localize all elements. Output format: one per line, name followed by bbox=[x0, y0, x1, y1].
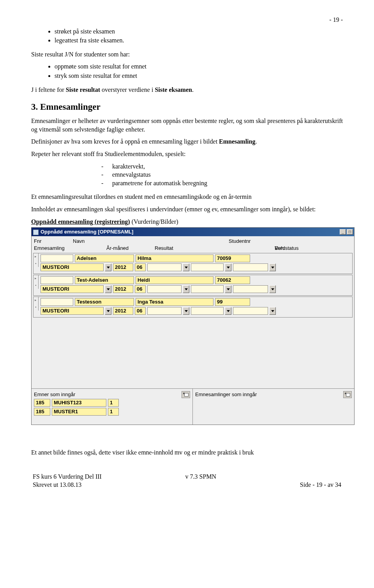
behstatus-field[interactable] bbox=[233, 307, 268, 315]
override-line: J i feltene for Siste resultat overstyre… bbox=[31, 86, 343, 94]
fnr-field[interactable] bbox=[41, 298, 73, 306]
dropdown-icon[interactable] bbox=[105, 263, 111, 271]
maned-field[interactable]: 06 bbox=[135, 307, 146, 315]
footer-mid: v 7.3 SPMN bbox=[185, 472, 217, 481]
after-para: Et annet bilde finnes også, dette viser … bbox=[31, 448, 343, 457]
bullets-top: strøket på siste eksamen legeattest fra … bbox=[31, 27, 343, 45]
sub-panels: Emner som inngår 185 MUHIST123 1 185 MUS… bbox=[32, 388, 354, 425]
surname-field[interactable]: Adelsen bbox=[75, 255, 134, 262]
dropdown-icon[interactable] bbox=[183, 307, 189, 315]
record-row[interactable]: ▸▪ Testesson Inga Tessa 99 MUSTEORI 2012… bbox=[33, 297, 353, 318]
vurd-field[interactable] bbox=[191, 285, 224, 293]
fnr-field[interactable] bbox=[41, 276, 73, 284]
records-area: ▸▪ Adelsen Hilma 70059 MUSTEORI 2012 06 bbox=[32, 253, 354, 388]
dash-item: karaktervekt, bbox=[112, 162, 145, 171]
window-icon bbox=[33, 230, 39, 235]
caption: Oppnådd emnesamling (registrering) (Vurd… bbox=[31, 218, 343, 226]
col-studentnr: Studentnr bbox=[229, 238, 268, 245]
col-aarmaned: År-måned bbox=[73, 245, 155, 252]
bullets-siste: oppmøte som siste resultat for emnet str… bbox=[31, 62, 343, 80]
sub-a-field[interactable]: 185 bbox=[34, 408, 50, 416]
bullet-item: legeattest fra siste eksamen. bbox=[55, 36, 343, 45]
sub-a-field[interactable]: 185 bbox=[34, 399, 50, 407]
dash-list: -karaktervekt, -emnevalgstatus -parametr… bbox=[31, 162, 343, 188]
behstatus-field[interactable] bbox=[233, 263, 268, 271]
footer: FS kurs 6 Vurdering Del III Skrevet ut 1… bbox=[31, 472, 343, 489]
col-fnr: Fnr bbox=[34, 238, 73, 245]
dropdown-icon[interactable] bbox=[269, 263, 276, 271]
resultat-field[interactable] bbox=[147, 263, 182, 271]
dropdown-icon[interactable] bbox=[105, 307, 111, 315]
aar-field[interactable]: 2012 bbox=[113, 285, 133, 293]
section-heading: 3. Emnesamlinger bbox=[31, 101, 343, 113]
maned-field[interactable]: 06 bbox=[135, 263, 146, 271]
dropdown-icon[interactable] bbox=[269, 307, 276, 315]
emnesamling-field[interactable]: MUSTEORI bbox=[41, 307, 104, 315]
vurd-field[interactable] bbox=[191, 307, 224, 315]
dropdown-icon[interactable] bbox=[225, 285, 231, 293]
col-behstatus: Beh.status bbox=[275, 245, 306, 252]
maximize-button[interactable]: □ bbox=[347, 229, 353, 235]
options-button[interactable] bbox=[182, 391, 190, 398]
page-number: - 19 - bbox=[31, 16, 343, 24]
dropdown-icon[interactable] bbox=[183, 285, 189, 293]
siste-intro: Siste resultat J/N for studenter som har… bbox=[31, 50, 343, 59]
dropdown-icon[interactable] bbox=[105, 285, 111, 293]
options-button[interactable] bbox=[343, 391, 352, 398]
para-4: Et emnesamlingsresultat tilordnes en stu… bbox=[31, 193, 343, 201]
behstatus-field[interactable] bbox=[233, 285, 268, 293]
emnesamling-field[interactable]: MUSTEORI bbox=[41, 285, 104, 293]
record-row[interactable]: ▸▪ Test-Adelsen Heidi 70062 MUSTEORI 201… bbox=[33, 275, 353, 296]
sub-b-field[interactable]: MUSTER1 bbox=[52, 408, 106, 416]
bullet-item: strøket på siste eksamen bbox=[55, 27, 343, 36]
col-resultat: Resultat bbox=[155, 245, 209, 252]
bullet-item: stryk som siste resultat for emnet bbox=[55, 72, 343, 80]
window-oppnadd-emnesamling: Oppnådd emnesamling [OPPNESAML] _ □ Fnr … bbox=[31, 227, 355, 425]
dropdown-icon[interactable] bbox=[269, 285, 276, 293]
emnesamling-field[interactable]: MUSTEORI bbox=[41, 263, 104, 271]
titlebar[interactable]: Oppnådd emnesamling [OPPNESAML] _ □ bbox=[32, 228, 354, 236]
fnr-field[interactable] bbox=[41, 255, 73, 262]
sub-emnesamlinger: Emnesamlinger som inngår bbox=[193, 389, 354, 425]
maned-field[interactable]: 06 bbox=[135, 285, 146, 293]
resultat-field[interactable] bbox=[147, 285, 182, 293]
dash-item: emnevalgstatus bbox=[112, 170, 151, 179]
footer-left-1: FS kurs 6 Vurdering Del III bbox=[33, 472, 102, 481]
sub-c-field[interactable]: 1 bbox=[108, 408, 119, 416]
column-header-row-1: Fnr Navn Studentnr bbox=[32, 236, 354, 245]
para-1: Emnesamlinger er helheter av vurderingse… bbox=[31, 117, 343, 133]
vurd-field[interactable] bbox=[191, 263, 224, 271]
footer-left-2: Skrevet ut 13.08.13 bbox=[33, 481, 102, 489]
col-emnesamling: Emnesamling bbox=[34, 245, 73, 252]
resultat-field[interactable] bbox=[147, 307, 182, 315]
dropdown-icon[interactable] bbox=[183, 263, 189, 271]
sub-emnesamlinger-title: Emnesamlinger som inngår bbox=[195, 391, 257, 398]
sub-emner: Emner som inngår 185 MUHIST123 1 185 MUS… bbox=[32, 389, 193, 425]
studentnr-field[interactable]: 70062 bbox=[215, 276, 250, 284]
col-vurd: Vurd bbox=[240, 245, 275, 252]
record-row[interactable]: ▸▪ Adelsen Hilma 70059 MUSTEORI 2012 06 bbox=[33, 253, 353, 274]
aar-field[interactable]: 2012 bbox=[113, 263, 133, 271]
firstname-field[interactable]: Hilma bbox=[136, 255, 213, 262]
footer-right: Side - 19 - av 34 bbox=[300, 481, 341, 489]
firstname-field[interactable]: Heidi bbox=[136, 276, 213, 284]
sub-c-field[interactable]: 1 bbox=[108, 399, 119, 407]
surname-field[interactable]: Test-Adelsen bbox=[75, 276, 134, 284]
dash-item: parametrene for automatisk beregning bbox=[112, 179, 207, 188]
dropdown-icon[interactable] bbox=[225, 307, 231, 315]
studentnr-field[interactable]: 99 bbox=[215, 298, 250, 306]
aar-field[interactable]: 2012 bbox=[113, 307, 133, 315]
sub-emner-title: Emner som inngår bbox=[34, 391, 75, 398]
dropdown-icon[interactable] bbox=[225, 263, 231, 271]
para-5: Innholdet av emnesamlingen skal spesifis… bbox=[31, 205, 343, 214]
window-title: Oppnådd emnesamling [OPPNESAML] bbox=[41, 229, 133, 235]
col-navn: Navn bbox=[73, 238, 155, 245]
studentnr-field[interactable]: 70059 bbox=[215, 255, 250, 262]
para-2: Definisjoner av hva som kreves for å opp… bbox=[31, 137, 343, 146]
para-3: Repeter her relevant stoff fra Studieele… bbox=[31, 150, 343, 158]
surname-field[interactable]: Testesson bbox=[75, 298, 134, 306]
firstname-field[interactable]: Inga Tessa bbox=[136, 298, 213, 306]
minimize-button[interactable]: _ bbox=[340, 229, 346, 235]
column-header-row-2: Emnesamling År-måned Resultat Vurd Beh.s… bbox=[32, 245, 354, 253]
sub-b-field[interactable]: MUHIST123 bbox=[52, 399, 106, 407]
